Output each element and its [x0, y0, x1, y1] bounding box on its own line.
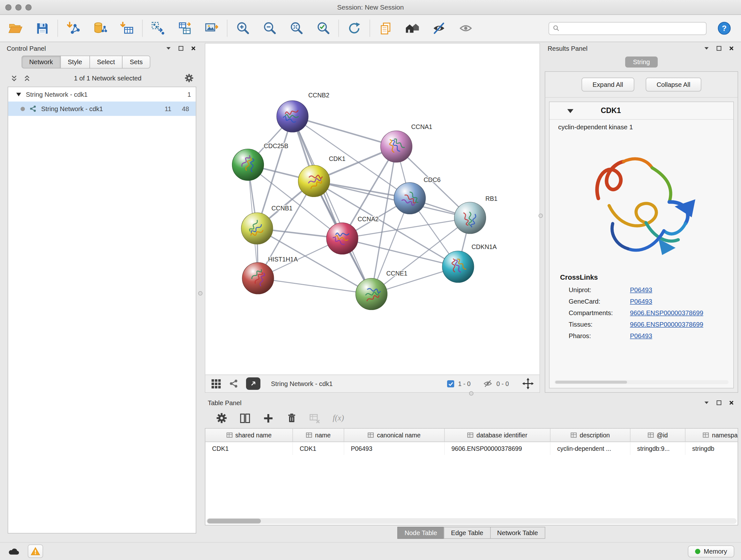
close-panel-icon[interactable] [728, 399, 735, 407]
network-row-selected[interactable]: String Network - cdk1 11 48 [8, 102, 196, 116]
tab-select[interactable]: Select [89, 56, 123, 69]
function-builder-button[interactable]: f(x) [333, 414, 344, 423]
add-column-icon[interactable] [263, 413, 274, 424]
column-header[interactable]: database identifier [445, 429, 551, 442]
table-cell[interactable]: cyclin-dependent ... [550, 442, 630, 455]
cloud-button[interactable] [7, 545, 21, 557]
splitter-handle[interactable] [198, 291, 203, 296]
protein-card-header[interactable]: CDK1 [549, 102, 733, 120]
table-cell[interactable]: P06493 [344, 442, 445, 455]
close-panel-icon[interactable] [190, 45, 197, 52]
hidden-eye-icon[interactable] [483, 379, 492, 388]
close-window-button[interactable] [5, 4, 12, 10]
panel-menu-icon[interactable] [703, 399, 711, 407]
table-row[interactable]: CDK1 CDK1 P06493 9606.ENSP00000378699 cy… [205, 442, 738, 455]
node-CDC25B[interactable] [232, 149, 264, 181]
import-network-from-database-button[interactable] [91, 20, 109, 37]
tab-style[interactable]: Style [60, 56, 90, 69]
zoom-fit-content-button[interactable] [288, 20, 305, 37]
node-HIST1H1A[interactable] [242, 262, 274, 294]
clone-network-button[interactable] [176, 20, 193, 37]
save-session-button[interactable] [33, 20, 51, 37]
memory-button[interactable]: Memory [688, 545, 734, 557]
panel-menu-icon[interactable] [165, 45, 172, 52]
close-panel-icon[interactable] [728, 45, 735, 52]
table-horizontal-scrollbar[interactable] [206, 518, 737, 524]
copy-document-button[interactable] [377, 20, 394, 37]
column-header[interactable]: shared name [205, 429, 293, 442]
column-header[interactable]: @id [630, 429, 686, 442]
import-network-from-file-button[interactable] [65, 20, 82, 37]
zoom-selected-button[interactable] [315, 20, 332, 37]
crosslink-link[interactable]: 9606.ENSP00000378699 [630, 320, 703, 328]
node-CCNA1[interactable] [381, 131, 412, 163]
export-image-button[interactable] [203, 20, 220, 37]
edge-CCNB2-CCNE1[interactable] [293, 117, 372, 294]
node-CCNA2[interactable] [327, 223, 358, 254]
edge-CDK1-RB1[interactable] [314, 181, 470, 218]
float-panel-icon[interactable] [715, 399, 723, 407]
show-columns-icon[interactable] [239, 413, 251, 424]
edge-CCNB2-CCNA1[interactable] [293, 117, 397, 147]
node-CCNE1[interactable] [356, 278, 387, 310]
pan-crosshair-icon[interactable] [522, 378, 534, 389]
node-CCNB1[interactable] [241, 212, 273, 244]
float-panel-icon[interactable] [715, 45, 723, 52]
crosslink-link[interactable]: P06493 [630, 286, 652, 294]
node-CCNB2[interactable] [277, 101, 308, 132]
export-view-button[interactable] [246, 377, 260, 390]
share-network-icon[interactable] [229, 379, 239, 388]
new-network-from-selection-button[interactable] [149, 20, 166, 37]
edge-CCNB2-CCNB1[interactable] [257, 117, 293, 229]
column-header[interactable]: name [293, 429, 344, 442]
table-cell[interactable]: stringdb:9... [630, 442, 686, 455]
node-RB1[interactable] [455, 202, 486, 234]
tab-string-results[interactable]: String [625, 57, 658, 68]
tree-caret-icon[interactable] [16, 92, 22, 97]
help-button[interactable]: ? [717, 21, 731, 36]
node-CDKN1A[interactable] [442, 251, 474, 283]
collapse-caret-icon[interactable] [567, 108, 574, 113]
selected-checkbox-icon[interactable] [447, 380, 455, 387]
apply-preferred-layout-button[interactable] [346, 20, 363, 37]
zoom-out-button[interactable] [261, 20, 278, 37]
warnings-button[interactable] [28, 545, 43, 558]
open-session-button[interactable] [7, 20, 24, 37]
column-header[interactable]: description [550, 429, 630, 442]
panel-menu-icon[interactable] [703, 45, 711, 52]
gear-icon[interactable] [185, 74, 193, 82]
minimize-window-button[interactable] [15, 4, 22, 10]
import-table-from-file-button[interactable] [118, 20, 136, 37]
collapse-all-icon[interactable] [10, 74, 18, 82]
splitter-handle[interactable] [469, 391, 474, 396]
network-canvas[interactable]: CCNB2CCNA1CDC25BCDK1CDC6RB1CCNB1CCNA2CDK… [205, 44, 540, 375]
column-header[interactable]: namespace [685, 429, 738, 442]
show-graphics-details-button[interactable] [457, 20, 475, 37]
birdseye-view-icon[interactable] [211, 379, 221, 389]
delete-column-icon[interactable] [286, 413, 297, 423]
expand-all-button[interactable]: Expand All [582, 78, 634, 91]
float-panel-icon[interactable] [177, 45, 185, 52]
home-button[interactable] [404, 20, 421, 37]
node-CDC6[interactable] [394, 183, 426, 214]
tab-node-table[interactable]: Node Table [397, 527, 444, 539]
splitter-handle[interactable] [539, 213, 543, 218]
expand-all-icon[interactable] [23, 74, 31, 82]
zoom-window-button[interactable] [25, 4, 32, 10]
node-CDK1[interactable] [298, 165, 330, 197]
tab-network-table[interactable]: Network Table [490, 527, 545, 539]
results-scrollbar[interactable] [554, 380, 729, 384]
crosslink-link[interactable]: 9606.ENSP00000378699 [630, 309, 703, 316]
collapse-all-button[interactable]: Collapse All [646, 78, 701, 91]
search-input[interactable] [562, 24, 702, 33]
table-cell[interactable]: CDK1 [293, 442, 344, 455]
zoom-in-button[interactable] [234, 20, 252, 37]
table-cell[interactable]: stringdb [685, 442, 738, 455]
table-cell[interactable]: CDK1 [205, 442, 293, 455]
tab-network[interactable]: Network [22, 56, 61, 69]
table-cell[interactable]: 9606.ENSP00000378699 [445, 442, 551, 455]
crosslink-link[interactable]: P06493 [630, 332, 652, 339]
gear-icon[interactable] [216, 413, 227, 423]
tab-sets[interactable]: Sets [122, 56, 151, 69]
network-collection-row[interactable]: String Network - cdk1 1 [8, 87, 196, 102]
